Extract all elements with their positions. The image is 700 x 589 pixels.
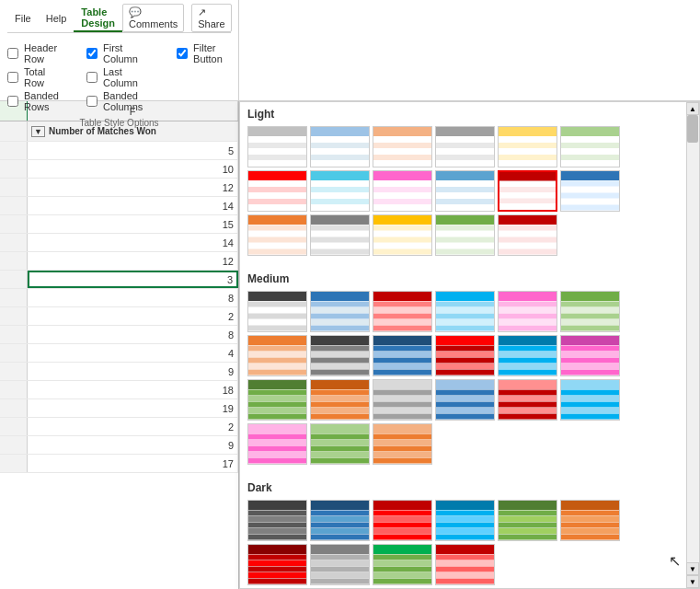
style-thumb-pink-light[interactable] (373, 170, 432, 212)
cell-val: 9 (28, 436, 238, 454)
medium-thumb-18[interactable] (560, 379, 620, 421)
dark-thumb-8[interactable] (310, 544, 370, 585)
medium-thumb-10[interactable] (435, 335, 495, 376)
medium-thumb-19[interactable] (247, 423, 307, 465)
dark-thumb-7[interactable] (247, 544, 307, 585)
tab-file[interactable]: File (7, 11, 39, 26)
scroll-down-arrow[interactable]: ▼ (686, 562, 699, 575)
tab-table-design[interactable]: Table Design (74, 5, 122, 32)
table-row: 18 (0, 381, 238, 399)
medium-thumb-4[interactable] (435, 291, 495, 332)
style-thumb-green-light[interactable] (560, 126, 620, 167)
medium-thumb-14[interactable] (310, 379, 370, 421)
first-column-checkbox[interactable] (86, 48, 98, 59)
toolbar-right (239, 0, 700, 100)
medium-thumb-9[interactable] (373, 335, 432, 376)
style-thumb-green2-light[interactable] (435, 214, 495, 256)
style-thumb-gray-light[interactable] (435, 126, 495, 167)
light-section: Light (240, 102, 686, 267)
dark-thumb-2[interactable] (310, 500, 370, 541)
cell-val: 12 (28, 252, 238, 270)
medium-thumb-12[interactable] (560, 335, 620, 376)
medium-thumb-11[interactable] (498, 335, 557, 376)
header-row-checkbox[interactable] (7, 48, 18, 59)
share-button[interactable]: ↗ Share (191, 4, 231, 32)
dark-thumb-9[interactable] (373, 544, 432, 585)
cell-val: 2 (28, 418, 238, 435)
style-thumb-yellow2-light[interactable] (373, 214, 432, 256)
table-row: 12 (0, 252, 238, 271)
cell-val: 17 (28, 455, 238, 472)
banded-rows-checkbox[interactable] (7, 96, 18, 107)
cell-val: 10 (28, 160, 238, 178)
table-style-options-label: Table Style Options (7, 118, 231, 128)
medium-thumb-6[interactable] (560, 291, 620, 332)
medium-thumb-17[interactable] (498, 379, 557, 421)
options-col1: Header Row Total Row Banded Rows (7, 40, 68, 114)
table-row: 8 (0, 326, 238, 344)
medium-thumb-21[interactable] (373, 423, 432, 465)
scroll-bottom-arrow[interactable]: ▼ (686, 575, 699, 588)
style-thumb-teal-light[interactable] (310, 170, 370, 212)
cell-val: 14 (28, 197, 238, 214)
active-cell: 3 (28, 271, 238, 288)
total-row-checkbox[interactable] (7, 72, 18, 83)
row-num (0, 326, 28, 343)
medium-thumb-16[interactable] (435, 379, 495, 421)
style-thumb-plain[interactable] (247, 126, 307, 167)
medium-thumb-20[interactable] (310, 423, 370, 465)
table-row: 5 (0, 142, 238, 160)
last-column-checkbox[interactable] (86, 72, 98, 83)
table-row: 8 (0, 289, 238, 307)
dark-thumb-10[interactable] (435, 544, 495, 585)
banded-columns-checkbox[interactable] (86, 96, 98, 107)
row-num (0, 179, 28, 196)
medium-thumb-2[interactable] (310, 291, 370, 332)
medium-thumb-7[interactable] (247, 335, 307, 376)
toolbar: File Help Table Design 💬 Comments ↗ Shar… (0, 0, 700, 101)
medium-thumb-1[interactable] (247, 291, 307, 332)
dark-thumb-3[interactable] (373, 500, 432, 541)
style-thumb-blue2-light[interactable] (435, 170, 495, 212)
cell-val: 8 (28, 326, 238, 343)
scroll-up-arrow[interactable]: ▲ (686, 102, 699, 115)
toolbar-left: File Help Table Design 💬 Comments ↗ Shar… (0, 0, 239, 100)
table-row: 19 (0, 399, 238, 418)
style-thumb-orange2-light[interactable] (247, 214, 307, 256)
dark-section: Dark (240, 476, 686, 589)
dark-style-grid (247, 500, 679, 585)
scrollbar-thumb[interactable] (687, 115, 698, 143)
medium-thumb-3[interactable] (373, 291, 432, 332)
medium-thumb-13[interactable] (247, 379, 307, 421)
style-thumb-blue3-light[interactable] (560, 170, 620, 212)
cell-val: 4 (28, 344, 238, 362)
filter-button-checkbox[interactable] (177, 48, 188, 59)
medium-thumb-5[interactable] (498, 291, 557, 332)
medium-thumb-8[interactable] (310, 335, 370, 376)
header-row-label: Header Row (24, 42, 68, 64)
style-thumb-red3-light[interactable] (498, 214, 557, 256)
light-style-grid (247, 126, 679, 256)
dark-thumb-4[interactable] (435, 500, 495, 541)
tab-right-actions: 💬 Comments ↗ Share (122, 4, 232, 32)
row-num (0, 234, 28, 251)
row-num (0, 418, 28, 435)
style-thumb-yellow-light[interactable] (498, 126, 557, 167)
first-column-label: First Column (103, 42, 158, 64)
cell-val: 9 (28, 363, 238, 380)
style-thumb-red2-light[interactable] (498, 170, 557, 212)
dark-thumb-5[interactable] (498, 500, 557, 541)
medium-section-title: Medium (247, 272, 679, 285)
style-thumb-blue-light[interactable] (310, 126, 370, 167)
options-col3: Filter Button (177, 40, 231, 114)
scrollbar-track[interactable]: ▲ ▼ ▼ (686, 102, 699, 588)
style-thumb-orange-light[interactable] (373, 126, 432, 167)
row-num (0, 271, 28, 288)
dark-thumb-6[interactable] (560, 500, 620, 541)
tab-help[interactable]: Help (39, 11, 75, 26)
style-thumb-red-light[interactable] (247, 170, 307, 212)
comments-button[interactable]: 💬 Comments (122, 4, 184, 32)
dark-thumb-1[interactable] (247, 500, 307, 541)
medium-thumb-15[interactable] (373, 379, 432, 421)
style-thumb-gray2-light[interactable] (310, 214, 370, 256)
